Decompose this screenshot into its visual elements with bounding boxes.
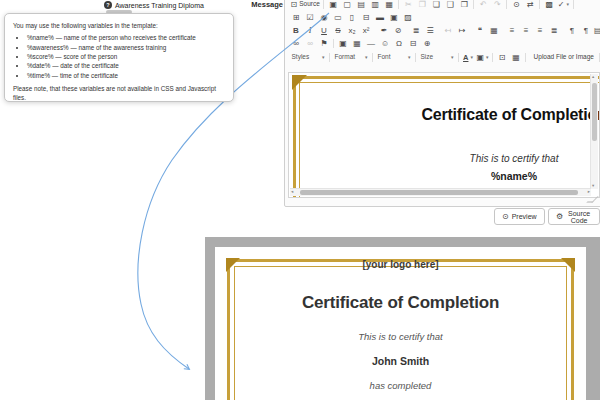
align-right-button[interactable]: ≡	[534, 25, 547, 36]
vertical-scrollbar[interactable]: ▴ ▾	[590, 74, 598, 189]
source-code-button[interactable]: ⚙ Source Code	[548, 208, 600, 225]
underline-icon: U	[321, 27, 327, 35]
new-page-button[interactable]: ▢	[341, 0, 354, 10]
numbered-list-icon: ≣	[413, 27, 420, 35]
save-icon: ▣	[330, 1, 338, 9]
justify-button[interactable]: ≣	[548, 25, 561, 36]
horizontal-scroll-thumb[interactable]	[300, 190, 578, 195]
recipient-name: John Smith	[215, 355, 586, 367]
print-button[interactable]: ▥	[369, 0, 382, 10]
variable-item: %time% — time of the certificate	[27, 71, 225, 80]
bulleted-list-button[interactable]: ☰	[424, 25, 437, 36]
caret-down-icon: ▾	[365, 55, 368, 60]
page: ? Awareness Training Diploma You may use…	[0, 0, 600, 400]
scroll-right-icon[interactable]: ▸	[588, 190, 590, 195]
styles-dropdown[interactable]: Styles▾	[290, 52, 327, 63]
horizontal-line-button[interactable]: ―	[365, 38, 378, 49]
logo-placeholder: [your logo here]	[215, 259, 586, 270]
anchor-icon: ⚑	[320, 40, 327, 48]
format-dropdown[interactable]: Format▾	[333, 52, 370, 63]
message-field-label: Message	[243, 0, 283, 9]
image-button[interactable]: ▣	[337, 38, 350, 49]
templates-button[interactable]: ▦	[383, 0, 396, 10]
paste-button[interactable]: ❏	[430, 0, 443, 10]
scroll-down-icon[interactable]: ▾	[592, 184, 594, 189]
bidi-rtl-button[interactable]: ¶	[580, 25, 593, 36]
strikethrough-button[interactable]: S	[332, 25, 345, 36]
certify-line: This is to certify that	[215, 331, 586, 342]
select-all-button[interactable]: ▩	[543, 0, 556, 10]
link-button[interactable]: ∞	[290, 38, 303, 49]
cut-icon: ✂	[405, 1, 412, 9]
show-blocks-button[interactable]: ▦	[510, 52, 523, 63]
iframe-button[interactable]: ⊕	[421, 38, 434, 49]
find-button[interactable]: ⊙	[510, 0, 523, 10]
copy-button: ❐	[416, 0, 429, 10]
form-button-button[interactable]: ▬	[374, 12, 387, 23]
copy-formatting-button[interactable]: ✒	[378, 25, 391, 36]
paste-icon: ❏	[433, 1, 440, 9]
language-button[interactable]: ▤▾	[594, 25, 600, 36]
radio-field-button[interactable]: ◉	[318, 12, 331, 23]
new-page-icon: ▢	[344, 1, 352, 9]
maximize-icon: ⊡	[499, 54, 506, 62]
hidden-field-icon: ▨	[404, 14, 412, 22]
table-button[interactable]: ▦	[351, 38, 364, 49]
variable-item: %score% — score of the person	[27, 52, 225, 61]
div-container-button[interactable]: ▦	[488, 25, 501, 36]
toolbar-separator	[492, 53, 493, 62]
source-code-button-label: Source Code	[566, 210, 592, 224]
anchor-button[interactable]: ⚑	[318, 38, 331, 49]
textarea-button[interactable]: ▯	[346, 12, 359, 23]
bg-color-button[interactable]: ▣▾	[476, 52, 490, 63]
save-button[interactable]: ▣	[327, 0, 340, 10]
scroll-left-icon[interactable]: ◂	[291, 190, 293, 195]
upload-file-button[interactable]: Upload File or Image	[529, 52, 597, 63]
help-icon[interactable]: ?	[104, 1, 112, 9]
align-center-button[interactable]: ≡	[520, 25, 533, 36]
size-dropdown[interactable]: Size▾	[419, 52, 456, 63]
scroll-up-icon[interactable]: ▴	[592, 75, 594, 80]
paste-text-button[interactable]: ❑	[444, 0, 457, 10]
superscript-button[interactable]: x²	[360, 25, 373, 36]
paste-word-button[interactable]: ❒	[458, 0, 471, 10]
iframe-icon: ⊕	[424, 40, 431, 48]
preview-doc-button[interactable]: ▤	[355, 0, 368, 10]
increase-indent-button[interactable]: ↦	[456, 25, 469, 36]
subscript-button[interactable]: x₂	[346, 25, 359, 36]
vertical-scroll-thumb[interactable]	[592, 83, 597, 141]
remove-format-button[interactable]: ⊘	[392, 25, 405, 36]
special-char-button[interactable]: Ω	[393, 38, 406, 49]
preview-button[interactable]: ⊙ Preview	[494, 208, 545, 225]
source-button[interactable]: ⊡Source	[290, 0, 321, 10]
numbered-list-button[interactable]: ≣	[410, 25, 423, 36]
bold-button[interactable]: B	[290, 25, 303, 36]
hidden-field-button[interactable]: ▨	[402, 12, 415, 23]
form-button[interactable]: ⊞	[290, 12, 303, 23]
editor-content-area[interactable]: Certificate of Completion This is to cer…	[288, 72, 600, 198]
image-button-button[interactable]: ▣	[388, 12, 401, 23]
checkbox-button[interactable]: ☑	[304, 12, 317, 23]
text-color-button[interactable]: A▾	[462, 52, 475, 63]
text-field-button[interactable]: ▭	[332, 12, 345, 23]
toolbar-separator	[372, 53, 373, 62]
underline-button[interactable]: U	[318, 25, 331, 36]
select-field-button[interactable]: ⊟	[360, 12, 373, 23]
toolbar-separator	[458, 53, 459, 62]
variable-item: %awareness% — name of the awareness trai…	[27, 43, 225, 52]
blockquote-button[interactable]: ❝	[474, 25, 487, 36]
bidi-ltr-button[interactable]: ¶	[566, 25, 579, 36]
size-dropdown-label: Size	[421, 54, 434, 61]
page-break-button[interactable]: ⊟	[407, 38, 420, 49]
source-icon: ⊡	[291, 1, 298, 9]
font-dropdown[interactable]: Font▾	[376, 52, 413, 63]
maximize-button[interactable]: ⊡	[496, 52, 509, 63]
align-left-button[interactable]: ≡	[506, 25, 519, 36]
replace-button[interactable]: ⇄	[524, 0, 537, 10]
image-icon: ▣	[339, 40, 347, 48]
italic-button[interactable]: I	[304, 25, 317, 36]
smiley-button[interactable]: ☺	[379, 38, 392, 49]
undo-button: ↶	[477, 0, 490, 10]
spellcheck-button[interactable]: ✓▾	[557, 0, 570, 10]
horizontal-scrollbar[interactable]: ◂ ▸	[290, 188, 591, 196]
